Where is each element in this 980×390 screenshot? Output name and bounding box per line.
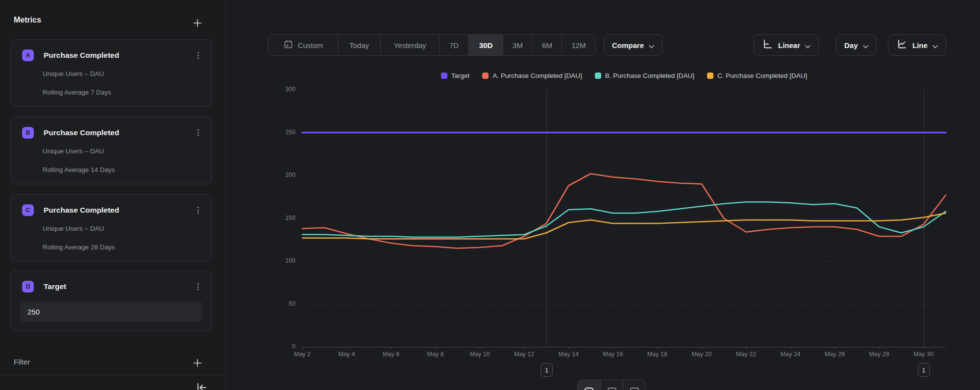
x-axis-tick: [790, 347, 791, 349]
board-view-icon: [629, 386, 640, 390]
x-axis-label: May 8: [418, 351, 453, 358]
plus-icon: [193, 359, 202, 367]
x-axis-tick: [436, 347, 436, 349]
table-view-icon: [607, 386, 617, 390]
add-filter-button[interactable]: [191, 357, 204, 369]
view-switcher: [577, 380, 646, 390]
metric-badge: B: [22, 127, 34, 139]
metrics-sidebar: Metrics A Purchase Completed Unique User…: [0, 0, 226, 390]
metric-badge: A: [22, 49, 34, 61]
y-axis-label: 100: [273, 257, 295, 264]
x-axis-label: May 14: [551, 351, 586, 358]
metric-card-header: C Purchase Completed: [22, 204, 202, 216]
metric-title: Purchase Completed: [44, 206, 194, 215]
metric-measurement: Unique Users – DAU: [43, 147, 104, 155]
x-axis-label: May 26: [818, 351, 852, 358]
line-chart: 050100150200250300May 2May 4May 6May 8Ma…: [226, 0, 980, 390]
x-axis-tick: [347, 347, 347, 349]
chart-series-canvas: [302, 90, 946, 347]
x-axis-label: May 20: [685, 351, 719, 358]
x-axis-tick: [524, 347, 525, 349]
metric-badge: D: [22, 281, 34, 292]
y-axis-label: 150: [273, 215, 295, 221]
metric-title: Purchase Completed: [44, 51, 194, 60]
x-axis-label: May 12: [507, 351, 541, 358]
x-axis-label: May 6: [374, 351, 408, 358]
view-option[interactable]: [578, 380, 600, 390]
collapse-sidebar-button[interactable]: [195, 381, 209, 390]
x-axis-tick: [657, 347, 658, 349]
metric-transform: Rolling Average 28 Days: [43, 244, 115, 251]
y-axis-label: 300: [273, 86, 295, 93]
x-axis-tick: [835, 347, 835, 349]
kebab-menu-icon[interactable]: [194, 50, 202, 60]
series-line-c: [302, 213, 946, 239]
kebab-menu-icon[interactable]: [194, 282, 202, 292]
metric-card-header: A Purchase Completed: [22, 49, 202, 61]
x-axis-tick: [702, 347, 702, 349]
target-title: Target: [44, 282, 194, 291]
x-axis-label: May 28: [862, 351, 896, 358]
metric-measurement: Unique Users – DAU: [43, 225, 104, 232]
target-card-header: D Target: [22, 281, 202, 292]
kebab-menu-icon[interactable]: [194, 205, 202, 215]
x-axis-tick: [480, 347, 480, 349]
metric-measurement: Unique Users – DAU: [43, 70, 104, 77]
sidebar-divider: [0, 375, 225, 375]
x-axis-tick: [568, 347, 569, 349]
x-axis-tick: [924, 347, 924, 349]
add-metric-button[interactable]: [191, 17, 204, 29]
metric-card-c[interactable]: C Purchase Completed Unique Users – DAU …: [11, 194, 212, 262]
x-axis-tick: [613, 347, 613, 349]
y-axis-label: 0: [273, 343, 295, 350]
metric-card-b[interactable]: B Purchase Completed Unique Users – DAU …: [11, 117, 212, 184]
y-axis-label: 200: [273, 171, 295, 178]
metric-badge: C: [22, 204, 34, 216]
x-axis-label: May 24: [773, 351, 808, 358]
collapse-sidebar-icon: [195, 387, 208, 390]
metric-card-header: B Purchase Completed: [22, 127, 202, 139]
chart-panel: CustomTodayYesterday7D30D3M6M12M Compare…: [226, 0, 980, 390]
metric-title: Purchase Completed: [44, 128, 194, 137]
series-line-b: [302, 202, 946, 237]
x-axis-tick: [302, 347, 303, 349]
x-axis-label: May 10: [463, 351, 497, 358]
x-axis-label: May 30: [906, 351, 941, 358]
y-axis-label: 50: [273, 300, 295, 307]
x-axis-tick: [879, 347, 880, 349]
target-card[interactable]: D Target 250: [11, 270, 212, 331]
view-option[interactable]: [623, 380, 645, 390]
target-value-input[interactable]: 250: [20, 301, 202, 322]
annotation-badge-may-13[interactable]: 1: [540, 363, 553, 377]
x-axis-label: May 2: [285, 351, 319, 358]
metrics-dashboard: { "sidebar": { "title": "Metrics", "metr…: [0, 0, 980, 390]
annotation-badge-may-30[interactable]: 1: [918, 363, 930, 377]
plus-icon: [193, 19, 202, 27]
x-axis-label: May 22: [729, 351, 763, 358]
metric-transform: Rolling Average 7 Days: [43, 89, 111, 96]
card-view-icon: [584, 386, 594, 390]
gridline-y0: [302, 347, 946, 347]
sidebar-title: Metrics: [14, 16, 41, 24]
view-option[interactable]: [600, 380, 623, 390]
x-axis-label: May 4: [330, 351, 364, 358]
metric-card-a[interactable]: A Purchase Completed Unique Users – DAU …: [11, 39, 212, 107]
metric-transform: Rolling Average 14 Days: [43, 166, 115, 173]
x-axis-label: May 16: [596, 351, 630, 358]
y-axis-label: 250: [273, 129, 295, 136]
filter-section-title: Filter: [14, 358, 30, 366]
x-axis-label: May 18: [640, 351, 674, 358]
x-axis-tick: [746, 347, 747, 349]
x-axis-tick: [391, 347, 392, 349]
kebab-menu-icon[interactable]: [194, 128, 202, 138]
